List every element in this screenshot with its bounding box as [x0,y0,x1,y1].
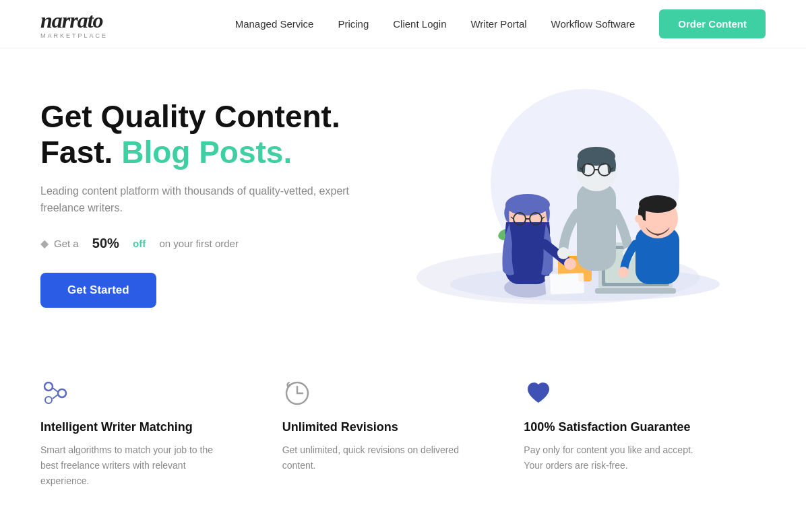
feature-desc-guarantee: Pay only for content you like and accept… [524,442,706,473]
svg-point-36 [618,267,629,277]
logo-text: narrato [40,9,103,31]
match-icon [40,378,70,408]
feature-desc-matching: Smart algorithms to match your job to th… [40,442,222,489]
svg-point-35 [635,215,643,223]
svg-rect-38 [550,273,584,294]
svg-point-15 [505,194,550,215]
nav-managed-service[interactable]: Managed Service [235,18,314,30]
feature-guarantee: 100% Satisfaction Guarantee Pay only for… [524,365,766,487]
svg-point-21 [564,258,576,270]
hero-heading-accent: Blog Posts. [113,135,292,170]
feature-desc-revisions: Get unlimited, quick revisions on delive… [282,442,464,473]
logo-sub: MARKETPLACE [40,32,108,39]
svg-point-41 [58,389,66,397]
hero-section: Get Quality Content. Fast. Blog Posts. L… [0,48,806,345]
feature-title-guarantee: 100% Satisfaction Guarantee [524,420,739,434]
feature-title-revisions: Unlimited Revisions [282,420,497,434]
get-started-button[interactable]: Get Started [40,273,156,308]
hero-people-svg [396,89,720,318]
svg-point-39 [44,383,53,391]
feature-title-matching: Intelligent Writer Matching [40,420,255,434]
svg-line-43 [53,395,58,399]
feature-revisions: Unlimited Revisions Get unlimited, quick… [282,365,524,487]
hero-content: Get Quality Content. Fast. Blog Posts. L… [40,99,350,308]
order-content-button[interactable]: Order Content [659,9,766,38]
features-section: Intelligent Writer Matching Smart algori… [0,345,806,532]
hero-discount: ◆ Get a 50% off on your first order [40,236,350,251]
discount-value: 50% [92,236,119,251]
navbar: narrato MARKETPLACE Managed Service Pric… [0,0,806,48]
hero-illustration [350,89,766,318]
discount-off: off [133,238,146,249]
clock-icon [282,378,312,408]
hero-subtext: Leading content platform with thousands … [40,182,350,217]
nav-workflow-software[interactable]: Workflow Software [551,18,636,30]
svg-rect-11 [595,288,676,294]
feature-writer-matching: Intelligent Writer Matching Smart algori… [40,365,282,502]
diamond-icon: ◆ [40,237,49,250]
discount-prefix: Get a [54,238,79,249]
logo[interactable]: narrato MARKETPLACE [40,9,108,39]
hero-heading-line1: Get Quality Content. [40,99,340,134]
nav-client-login[interactable]: Client Login [393,18,446,30]
nav-pricing[interactable]: Pricing [338,18,369,30]
hero-heading: Get Quality Content. Fast. Blog Posts. [40,99,350,170]
svg-line-42 [53,388,58,392]
svg-point-30 [557,247,569,259]
hero-heading-line2-plain: Fast. [40,135,113,170]
nav-writer-portal[interactable]: Writer Portal [470,18,526,30]
svg-point-40 [45,397,52,403]
svg-rect-22 [577,183,616,271]
heart-icon [524,378,553,408]
discount-suffix: on your first order [159,238,239,249]
nav-links: Managed Service Pricing Client Login Wri… [235,9,766,38]
illustration-wrap [396,89,720,318]
